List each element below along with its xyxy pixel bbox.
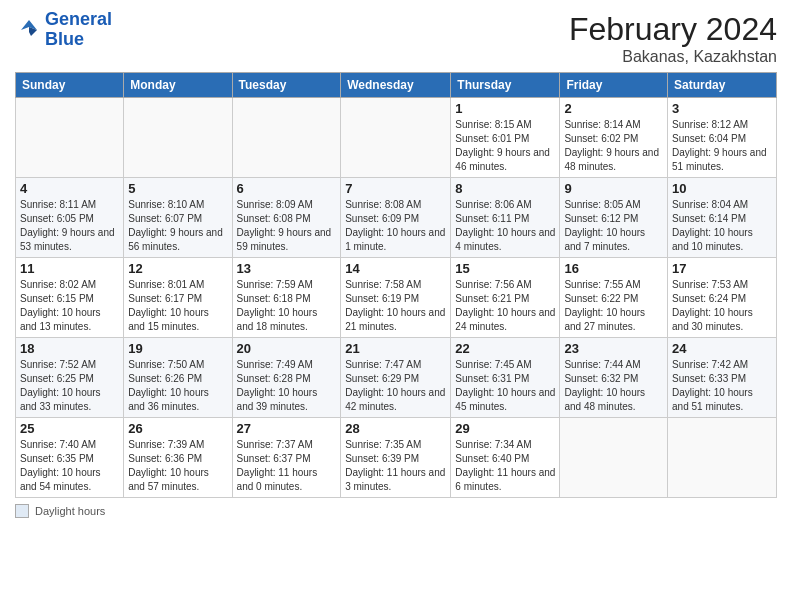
day-info: Sunrise: 8:10 AM Sunset: 6:07 PM Dayligh… — [128, 198, 227, 254]
calendar-cell — [124, 98, 232, 178]
day-number: 27 — [237, 421, 337, 436]
calendar-cell: 19Sunrise: 7:50 AM Sunset: 6:26 PM Dayli… — [124, 338, 232, 418]
calendar-cell: 28Sunrise: 7:35 AM Sunset: 6:39 PM Dayli… — [341, 418, 451, 498]
day-number: 2 — [564, 101, 663, 116]
day-info: Sunrise: 7:42 AM Sunset: 6:33 PM Dayligh… — [672, 358, 772, 414]
logo-icon — [15, 16, 43, 44]
day-number: 1 — [455, 101, 555, 116]
day-number: 26 — [128, 421, 227, 436]
day-info: Sunrise: 8:08 AM Sunset: 6:09 PM Dayligh… — [345, 198, 446, 254]
day-number: 22 — [455, 341, 555, 356]
day-number: 4 — [20, 181, 119, 196]
day-number: 7 — [345, 181, 446, 196]
calendar-cell: 26Sunrise: 7:39 AM Sunset: 6:36 PM Dayli… — [124, 418, 232, 498]
day-number: 14 — [345, 261, 446, 276]
day-number: 12 — [128, 261, 227, 276]
day-number: 25 — [20, 421, 119, 436]
logo: General Blue — [15, 10, 112, 50]
daylight-label: Daylight hours — [35, 505, 105, 517]
day-info: Sunrise: 8:11 AM Sunset: 6:05 PM Dayligh… — [20, 198, 119, 254]
calendar-cell: 12Sunrise: 8:01 AM Sunset: 6:17 PM Dayli… — [124, 258, 232, 338]
calendar-header-monday: Monday — [124, 73, 232, 98]
day-info: Sunrise: 7:53 AM Sunset: 6:24 PM Dayligh… — [672, 278, 772, 334]
day-number: 8 — [455, 181, 555, 196]
calendar-header-friday: Friday — [560, 73, 668, 98]
calendar-header-wednesday: Wednesday — [341, 73, 451, 98]
day-number: 13 — [237, 261, 337, 276]
day-info: Sunrise: 7:56 AM Sunset: 6:21 PM Dayligh… — [455, 278, 555, 334]
day-number: 21 — [345, 341, 446, 356]
day-info: Sunrise: 7:47 AM Sunset: 6:29 PM Dayligh… — [345, 358, 446, 414]
calendar-table: SundayMondayTuesdayWednesdayThursdayFrid… — [15, 72, 777, 498]
calendar-header-thursday: Thursday — [451, 73, 560, 98]
calendar-cell: 27Sunrise: 7:37 AM Sunset: 6:37 PM Dayli… — [232, 418, 341, 498]
calendar-cell: 29Sunrise: 7:34 AM Sunset: 6:40 PM Dayli… — [451, 418, 560, 498]
calendar-cell: 17Sunrise: 7:53 AM Sunset: 6:24 PM Dayli… — [668, 258, 777, 338]
day-number: 10 — [672, 181, 772, 196]
day-info: Sunrise: 8:14 AM Sunset: 6:02 PM Dayligh… — [564, 118, 663, 174]
day-number: 6 — [237, 181, 337, 196]
day-info: Sunrise: 7:55 AM Sunset: 6:22 PM Dayligh… — [564, 278, 663, 334]
day-number: 29 — [455, 421, 555, 436]
day-info: Sunrise: 7:59 AM Sunset: 6:18 PM Dayligh… — [237, 278, 337, 334]
calendar-cell — [560, 418, 668, 498]
calendar-title: February 2024 — [569, 10, 777, 48]
calendar-cell: 9Sunrise: 8:05 AM Sunset: 6:12 PM Daylig… — [560, 178, 668, 258]
daylight-box — [15, 504, 29, 518]
calendar-cell: 20Sunrise: 7:49 AM Sunset: 6:28 PM Dayli… — [232, 338, 341, 418]
calendar-footer: Daylight hours — [15, 504, 777, 518]
calendar-cell: 14Sunrise: 7:58 AM Sunset: 6:19 PM Dayli… — [341, 258, 451, 338]
calendar-cell: 4Sunrise: 8:11 AM Sunset: 6:05 PM Daylig… — [16, 178, 124, 258]
calendar-cell: 16Sunrise: 7:55 AM Sunset: 6:22 PM Dayli… — [560, 258, 668, 338]
calendar-cell — [668, 418, 777, 498]
calendar-header-saturday: Saturday — [668, 73, 777, 98]
calendar-cell: 5Sunrise: 8:10 AM Sunset: 6:07 PM Daylig… — [124, 178, 232, 258]
calendar-cell: 24Sunrise: 7:42 AM Sunset: 6:33 PM Dayli… — [668, 338, 777, 418]
day-info: Sunrise: 7:49 AM Sunset: 6:28 PM Dayligh… — [237, 358, 337, 414]
calendar-header-sunday: Sunday — [16, 73, 124, 98]
calendar-cell — [232, 98, 341, 178]
day-number: 20 — [237, 341, 337, 356]
day-info: Sunrise: 8:05 AM Sunset: 6:12 PM Dayligh… — [564, 198, 663, 254]
logo-text: General Blue — [45, 10, 112, 50]
calendar-cell: 6Sunrise: 8:09 AM Sunset: 6:08 PM Daylig… — [232, 178, 341, 258]
calendar-week-1: 1Sunrise: 8:15 AM Sunset: 6:01 PM Daylig… — [16, 98, 777, 178]
day-info: Sunrise: 7:39 AM Sunset: 6:36 PM Dayligh… — [128, 438, 227, 494]
day-info: Sunrise: 8:02 AM Sunset: 6:15 PM Dayligh… — [20, 278, 119, 334]
day-number: 24 — [672, 341, 772, 356]
day-number: 5 — [128, 181, 227, 196]
calendar-week-5: 25Sunrise: 7:40 AM Sunset: 6:35 PM Dayli… — [16, 418, 777, 498]
day-info: Sunrise: 7:40 AM Sunset: 6:35 PM Dayligh… — [20, 438, 119, 494]
calendar-cell: 13Sunrise: 7:59 AM Sunset: 6:18 PM Dayli… — [232, 258, 341, 338]
calendar-header-row: SundayMondayTuesdayWednesdayThursdayFrid… — [16, 73, 777, 98]
calendar-week-4: 18Sunrise: 7:52 AM Sunset: 6:25 PM Dayli… — [16, 338, 777, 418]
day-info: Sunrise: 8:01 AM Sunset: 6:17 PM Dayligh… — [128, 278, 227, 334]
day-info: Sunrise: 8:06 AM Sunset: 6:11 PM Dayligh… — [455, 198, 555, 254]
title-block: February 2024 Bakanas, Kazakhstan — [569, 10, 777, 66]
day-number: 15 — [455, 261, 555, 276]
header: General Blue February 2024 Bakanas, Kaza… — [15, 10, 777, 66]
calendar-header-tuesday: Tuesday — [232, 73, 341, 98]
day-number: 9 — [564, 181, 663, 196]
calendar-cell: 3Sunrise: 8:12 AM Sunset: 6:04 PM Daylig… — [668, 98, 777, 178]
calendar-subtitle: Bakanas, Kazakhstan — [569, 48, 777, 66]
calendar-cell: 2Sunrise: 8:14 AM Sunset: 6:02 PM Daylig… — [560, 98, 668, 178]
day-number: 18 — [20, 341, 119, 356]
day-number: 19 — [128, 341, 227, 356]
day-number: 28 — [345, 421, 446, 436]
calendar-cell: 18Sunrise: 7:52 AM Sunset: 6:25 PM Dayli… — [16, 338, 124, 418]
day-info: Sunrise: 7:50 AM Sunset: 6:26 PM Dayligh… — [128, 358, 227, 414]
calendar-cell: 10Sunrise: 8:04 AM Sunset: 6:14 PM Dayli… — [668, 178, 777, 258]
day-number: 23 — [564, 341, 663, 356]
day-info: Sunrise: 7:34 AM Sunset: 6:40 PM Dayligh… — [455, 438, 555, 494]
day-number: 16 — [564, 261, 663, 276]
day-info: Sunrise: 8:15 AM Sunset: 6:01 PM Dayligh… — [455, 118, 555, 174]
day-info: Sunrise: 7:45 AM Sunset: 6:31 PM Dayligh… — [455, 358, 555, 414]
day-info: Sunrise: 8:04 AM Sunset: 6:14 PM Dayligh… — [672, 198, 772, 254]
day-info: Sunrise: 7:37 AM Sunset: 6:37 PM Dayligh… — [237, 438, 337, 494]
calendar-cell — [16, 98, 124, 178]
calendar-cell: 11Sunrise: 8:02 AM Sunset: 6:15 PM Dayli… — [16, 258, 124, 338]
calendar-cell: 23Sunrise: 7:44 AM Sunset: 6:32 PM Dayli… — [560, 338, 668, 418]
day-number: 11 — [20, 261, 119, 276]
calendar-cell — [341, 98, 451, 178]
